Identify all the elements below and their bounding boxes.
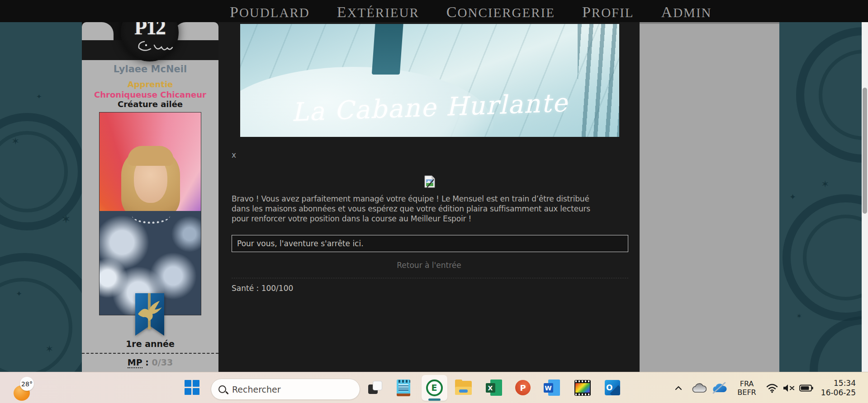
wifi-tray[interactable] bbox=[765, 372, 779, 403]
excel-button[interactable]: X bbox=[485, 379, 503, 397]
wallpaper-star: ✦ bbox=[36, 93, 42, 101]
powerpoint-button[interactable]: P bbox=[514, 379, 532, 397]
main-content: La Cabane Hurlante x Bravo ! Vous avez p… bbox=[218, 22, 640, 403]
nav-item-profil[interactable]: PROFIL bbox=[582, 4, 634, 21]
clock-tray[interactable]: 15:34 16-06-25 bbox=[821, 372, 856, 403]
clock-date: 16-06-25 bbox=[821, 388, 856, 398]
file-explorer-button[interactable] bbox=[454, 379, 472, 397]
taskbar-search-box[interactable]: Rechercher bbox=[211, 379, 360, 400]
character-species: Créature ailée bbox=[82, 99, 218, 109]
search-placeholder: Rechercher bbox=[232, 384, 281, 394]
clock-time: 15:34 bbox=[821, 379, 856, 388]
mp-label[interactable]: MP bbox=[128, 357, 142, 368]
windows-logo-icon bbox=[185, 388, 191, 395]
volume-muted-icon bbox=[783, 384, 795, 392]
profile-sidebar: P12 Lylaee McNeil Apprentie Chroniqueuse… bbox=[82, 22, 218, 403]
story-message-line: pour renforcer votre position dans la co… bbox=[232, 214, 590, 224]
onedrive-paused-icon bbox=[711, 382, 728, 394]
character-role: Chroniqueuse Chicaneur bbox=[82, 90, 218, 99]
cloud-icon bbox=[691, 383, 707, 393]
banner-shack bbox=[372, 24, 403, 75]
search-icon bbox=[218, 385, 226, 393]
outlook-button[interactable]: O bbox=[603, 379, 621, 397]
wallpaper-star: ✶ bbox=[821, 178, 829, 190]
story-input[interactable] bbox=[232, 235, 628, 252]
avatar-fringe bbox=[128, 146, 174, 166]
private-messages[interactable]: MP : 0/33 bbox=[82, 357, 218, 367]
windows-logo-icon bbox=[193, 380, 199, 387]
temperature-badge: 28° bbox=[20, 377, 34, 391]
screen: ✶ ✦ ✶ ✦ ✶ ✦ ✶ ✶ POUDLARD EXTÉRIEUR CONCI… bbox=[0, 0, 868, 403]
nav-item-exterieur[interactable]: EXTÉRIEUR bbox=[337, 4, 419, 21]
right-page-column bbox=[640, 22, 779, 403]
ecosia-browser-button[interactable]: E bbox=[425, 379, 443, 397]
mp-count: 0/33 bbox=[152, 357, 173, 367]
mp-separator: : bbox=[142, 357, 152, 367]
word-button[interactable]: W bbox=[543, 379, 561, 397]
ecosia-icon: E bbox=[426, 380, 443, 396]
sidebar-divider bbox=[82, 353, 218, 354]
location-banner: La Cabane Hurlante bbox=[240, 24, 619, 137]
battery-icon bbox=[799, 384, 813, 392]
powerpoint-icon: P bbox=[515, 380, 531, 395]
ravenclaw-eagle-pennant-icon bbox=[135, 293, 164, 336]
active-app-indicator bbox=[428, 398, 441, 401]
wallpaper-star: ✶ bbox=[45, 343, 53, 355]
wallpaper-star: ✶ bbox=[11, 136, 19, 147]
scrollbar-thumb[interactable] bbox=[863, 88, 867, 214]
broken-image-icon[interactable] bbox=[424, 175, 435, 188]
tray-overflow-button[interactable] bbox=[672, 372, 685, 403]
browser-scrollbar[interactable] bbox=[862, 22, 868, 372]
story-message-line: dans les maisons abonnées et vous espére… bbox=[232, 204, 590, 214]
return-to-entry-link[interactable]: Retour à l'entrée bbox=[218, 261, 640, 270]
character-avatar bbox=[99, 112, 201, 315]
wallpaper-star: ✶ bbox=[796, 312, 802, 320]
weather-widget[interactable]: 28° bbox=[13, 376, 39, 401]
character-rank: Apprentie bbox=[82, 80, 218, 89]
start-button[interactable] bbox=[185, 380, 200, 395]
wallpaper-star: ✶ bbox=[61, 212, 71, 226]
health-status: Santé : 100/100 bbox=[232, 284, 293, 293]
chevron-up-icon bbox=[675, 386, 682, 390]
weather-cloud-tray[interactable] bbox=[690, 372, 707, 403]
file-explorer-icon bbox=[455, 381, 472, 395]
wallpaper-star: ✦ bbox=[789, 192, 796, 202]
windows-logo-icon bbox=[185, 380, 191, 387]
story-message: Bravo ! Vous avez parfaitement managé vo… bbox=[232, 194, 590, 224]
volume-tray[interactable] bbox=[782, 372, 796, 403]
word-icon: W bbox=[544, 380, 560, 396]
keyboard-layout-code: BEFR bbox=[737, 388, 756, 397]
close-link[interactable]: x bbox=[232, 150, 236, 159]
onedrive-tray[interactable] bbox=[710, 372, 729, 403]
notepad-icon bbox=[397, 380, 410, 396]
windows-taskbar: 28° Rechercher E X bbox=[0, 372, 868, 403]
school-year: 1re année bbox=[82, 339, 218, 349]
character-name[interactable]: Lylaee McNeil bbox=[82, 64, 218, 75]
avatar-necklace bbox=[132, 208, 170, 224]
keyboard-language-switcher[interactable]: FRA BEFR bbox=[731, 372, 762, 403]
nav-item-conciergerie[interactable]: CONCIERGERIE bbox=[446, 4, 555, 21]
story-message-line: Bravo ! Vous avez parfaitement managé vo… bbox=[232, 194, 590, 204]
top-navigation-bar: POUDLARD EXTÉRIEUR CONCIERGERIE PROFIL A… bbox=[0, 0, 868, 22]
task-view-icon bbox=[368, 380, 383, 395]
wifi-icon bbox=[766, 383, 778, 393]
task-view-button[interactable] bbox=[366, 379, 384, 397]
photos-film-icon bbox=[574, 380, 591, 396]
language-code: FRA bbox=[737, 380, 756, 388]
wallpaper-star: ✦ bbox=[16, 289, 22, 298]
excel-icon: X bbox=[486, 380, 503, 396]
outlook-icon: O bbox=[605, 380, 620, 395]
notepad-button[interactable] bbox=[394, 379, 413, 397]
nav-item-admin[interactable]: ADMIN bbox=[661, 4, 712, 21]
battery-tray[interactable] bbox=[798, 372, 814, 403]
banner-trees bbox=[578, 24, 619, 137]
nav-item-poudlard[interactable]: POUDLARD bbox=[230, 4, 310, 21]
content-divider bbox=[232, 278, 628, 278]
windows-logo-icon bbox=[193, 388, 199, 395]
photos-app-button[interactable] bbox=[574, 379, 592, 397]
